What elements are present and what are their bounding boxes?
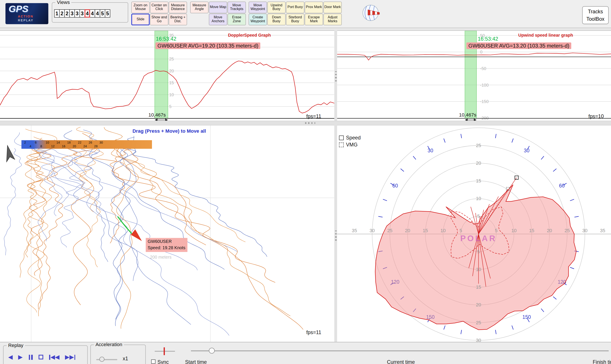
toolbar-button[interactable]: Upwind Buoy xyxy=(267,1,286,13)
polar-legend-label: Speed xyxy=(346,135,361,141)
angle-label: 30 xyxy=(524,148,530,153)
view-count-button[interactable]: 3 xyxy=(80,9,85,17)
doppler-avg-label: GW60USER AVG=19.20 (103.35 meters-d) xyxy=(156,42,260,49)
replay-stop-button[interactable] xyxy=(39,355,43,359)
v-tick-label: 25 xyxy=(476,143,481,148)
angle-tick xyxy=(574,217,579,217)
track-map-panel[interactable]: Drag (Press + Move) to Move all 26101418… xyxy=(0,125,334,342)
view-count-button[interactable]: 4 xyxy=(90,9,95,17)
speed-scale-label: 6 xyxy=(35,141,46,144)
y-tick-label: 5 xyxy=(169,104,172,109)
gps-track xyxy=(61,141,98,248)
replay-jump-end-button[interactable]: ▶▶ xyxy=(65,353,76,361)
speed-scale-label: 30 xyxy=(99,141,110,144)
replay-step-back-button[interactable]: ◀ xyxy=(8,353,13,361)
y-tick-label: -150 xyxy=(480,99,489,104)
y-tick-label: -50 xyxy=(480,66,486,71)
timeline-slider-knob[interactable] xyxy=(209,348,215,354)
y-tick-label: -100 xyxy=(480,83,489,88)
acceleration-slider-knob[interactable] xyxy=(99,357,104,362)
toolbar-button[interactable]: Escape Mark xyxy=(305,13,323,25)
checkbox-icon[interactable] xyxy=(339,135,344,140)
toolbar-button[interactable]: Bearing + Dist. xyxy=(169,13,187,25)
speed-scale-label: 26 xyxy=(89,141,99,144)
y-tick-label: 25 xyxy=(169,56,174,61)
polar-diagram-panel[interactable]: 3030606012012015015035302520151055101520… xyxy=(337,125,611,342)
angle-tick xyxy=(401,169,404,171)
time-offset-slider-thumb[interactable] xyxy=(164,347,164,355)
upwind-speed-graph-panel[interactable]: 500-50-100-150-200 Upwind speed linear g… xyxy=(337,30,611,121)
toolbar-button[interactable]: Door Mark xyxy=(323,1,342,13)
replay-pause-button[interactable] xyxy=(28,355,33,360)
view-count-button[interactable]: 3 xyxy=(69,9,75,17)
angle-tick xyxy=(461,134,461,138)
speed-scale-label: 22 xyxy=(78,141,89,144)
view-count-button[interactable]: 5 xyxy=(105,9,110,17)
vertical-splitter-top[interactable] xyxy=(334,30,337,121)
h-tick-label: 20 xyxy=(405,228,410,233)
toolbar-button[interactable]: Slide xyxy=(131,13,150,25)
view-count-button[interactable]: 3 xyxy=(74,9,80,17)
replay-play-button[interactable]: ▶ xyxy=(18,353,23,361)
rider-info-label: GW60USER Speed: 19.28 Knots xyxy=(146,238,187,252)
view-count-button[interactable]: 2 xyxy=(64,9,70,17)
toolbar-row-1: Zoom on MouseCenter on ClickMeasure Dist… xyxy=(131,1,342,13)
toolbar-button[interactable]: Move Map xyxy=(209,1,227,13)
h-tick-label: 10 xyxy=(440,228,446,233)
toolbar-button[interactable]: Create Waypoint xyxy=(249,13,267,25)
toolbar-button[interactable]: Starbord Buoy xyxy=(286,13,305,25)
h-tick-label: 35 xyxy=(352,228,357,233)
speed-scale-label: 24 xyxy=(83,144,94,148)
horizontal-splitter[interactable] xyxy=(0,121,611,125)
vertical-splitter-bottom[interactable] xyxy=(334,125,337,342)
view-count-button[interactable]: 2 xyxy=(59,9,65,17)
toolbar-button[interactable]: Show and Go xyxy=(150,13,168,25)
polar-legend-item[interactable]: VMG xyxy=(339,142,360,148)
track-map-canvas[interactable] xyxy=(0,125,334,342)
toolbar-button[interactable]: Move Anchors xyxy=(209,13,227,25)
h-tick-label: 25 xyxy=(387,228,392,233)
toolbar-button[interactable]: Zoom on Mouse xyxy=(131,1,150,13)
doppler-speed-graph-panel[interactable]: 3530252015105 DopplerSpeed Graph 16:53:4… xyxy=(0,30,334,121)
time-offset-slider[interactable] xyxy=(154,346,176,356)
angle-tick xyxy=(444,325,445,329)
angle-tick xyxy=(553,169,557,171)
speed-scale-label: 16 xyxy=(62,144,72,148)
upwind-fps-label: fps=10 xyxy=(588,113,604,119)
view-count-button[interactable]: 4 xyxy=(84,9,90,17)
toolbar-button[interactable]: Prox Mark xyxy=(305,1,323,13)
acceleration-legend: Acceleration xyxy=(94,342,124,347)
tracks-toolbox-button[interactable]: Tracks ToolBox xyxy=(582,6,609,24)
toolbar-button[interactable]: Move Waypoint xyxy=(249,1,267,13)
toolbar-button[interactable]: Measure Distance xyxy=(169,1,187,13)
windsock-icon xyxy=(362,4,380,23)
gps-track xyxy=(104,127,291,316)
h-tick-label: 35 xyxy=(600,228,605,233)
speed-scale-label: 8 xyxy=(40,144,51,148)
view-count-button[interactable]: 5 xyxy=(100,9,105,17)
toolbar-button[interactable]: Measure Angle xyxy=(190,1,209,13)
angle-tick xyxy=(570,267,574,269)
toolbar-button[interactable]: Adjust Marks xyxy=(323,13,342,25)
toolbar-button[interactable]: Move Trackpts xyxy=(227,1,246,13)
toolbar-button[interactable]: Port Buoy xyxy=(286,1,305,13)
gps-track xyxy=(123,137,267,257)
speed-scale-bottom-labels: 481216202428 xyxy=(30,144,105,148)
polar-legend-item[interactable]: Speed xyxy=(339,135,360,141)
rider-speed: Speed: 19.28 Knots xyxy=(148,245,185,251)
toolbar-button[interactable]: Down Buoy xyxy=(267,13,286,25)
checkbox-icon[interactable] xyxy=(339,142,344,147)
view-count-button[interactable]: 4 xyxy=(95,9,100,17)
view-count-button[interactable]: 1 xyxy=(54,9,60,17)
time-offset-slider-track[interactable] xyxy=(155,351,175,352)
replay-jump-start-button[interactable]: ◀◀ xyxy=(49,353,59,361)
polar-diagram-canvas[interactable]: 3030606012012015015035302520151055101520… xyxy=(337,125,611,342)
timeline-slider-track[interactable] xyxy=(191,351,609,351)
angle-tick xyxy=(383,199,387,201)
toolbar-button[interactable]: Erase Zone xyxy=(227,13,246,25)
toolbar-button[interactable]: Center on Click xyxy=(150,1,168,13)
sync-checkbox[interactable] xyxy=(151,359,156,364)
polar-legend-label: VMG xyxy=(346,142,358,148)
angle-label: 60 xyxy=(559,183,565,189)
gps-track xyxy=(117,143,303,329)
